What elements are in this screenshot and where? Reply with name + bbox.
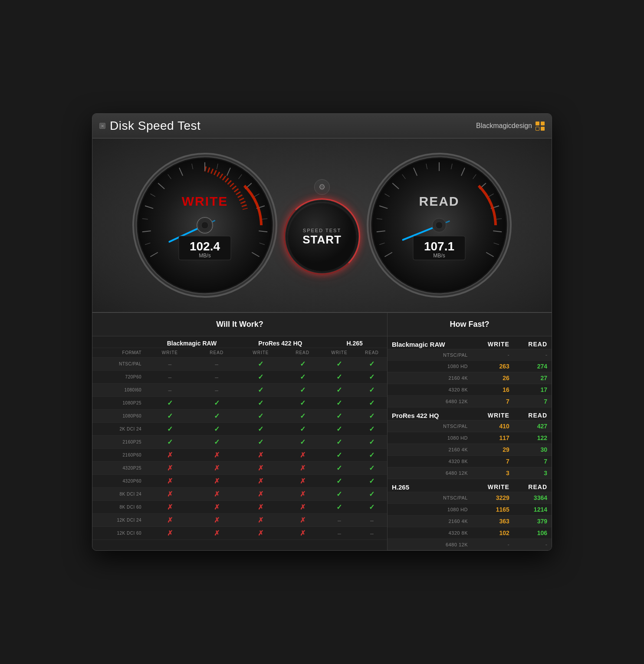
format-cell: 720p60 [92,371,145,384]
bm-write-cell: ✗ [145,527,195,540]
bm-read-cell: ✗ [195,449,239,462]
h265-write-cell: ✓ [322,384,357,397]
brand-dot-1 [536,122,539,125]
h265-write-cell: ✓ [322,501,357,514]
title-bar-left: ✕ Disk Speed Test [99,119,200,133]
pr-read-cell: ✓ [283,423,322,436]
table-row: 1080p25 ✓ ✓ ✓ ✓ ✓ ✓ [92,397,387,410]
write-gauge: WRITE 102.4 MB/s [131,151,279,299]
fast-read-val: 122 [514,432,552,444]
bm-raw-header: Blackmagic RAW [145,336,239,348]
h265-read-cell: ✓ [357,488,387,501]
pr-write-cell: ✗ [239,488,283,501]
h265-read-cell: ✓ [357,371,387,384]
fast-data-row: 2160 4K 29 30 [388,444,552,456]
bm-write-cell: ✗ [145,462,195,475]
start-button[interactable]: SPEED TEST START [287,202,357,271]
h265-read-cell: ✓ [357,358,387,371]
table-row: 8K DCI 24 ✗ ✗ ✗ ✗ ✓ ✓ [92,488,387,501]
bm-write-subheader: WRITE [145,348,195,358]
h265-write-cell: ✓ [322,397,357,410]
fast-read-val: 379 [514,516,552,527]
h265-read-cell: ✓ [357,423,387,436]
bm-read-cell: – [195,358,239,371]
pr-write-cell: ✓ [239,397,283,410]
fast-write-val: 102 [472,527,514,539]
fast-row-label: NTSC/PAL [388,421,472,432]
settings-button[interactable]: ⚙ [314,179,330,195]
table-row: 1080i60 – – ✓ ✓ ✓ ✓ [92,384,387,397]
bm-read-cell: ✗ [195,514,239,527]
fast-data-row: 1080 HD 117 122 [388,432,552,444]
format-cell: 4320p60 [92,475,145,488]
fast-row-label: 1080 HD [388,504,472,516]
how-fast-table: Blackmagic RAW WRITE READ NTSC/PAL - - 1… [388,336,552,550]
fast-read-val: 106 [514,527,552,539]
start-button-line2: START [302,234,342,245]
h265-write-cell: ✓ [322,488,357,501]
write-col-header: WRITE [472,408,514,421]
write-col-header: WRITE [472,479,514,492]
group-header-row: H.265 WRITE READ [388,479,552,492]
h265-write-cell: ✓ [322,371,357,384]
pr-read-cell: ✗ [283,462,322,475]
title-bar: ✕ Disk Speed Test Blackmagicdesign [92,114,552,138]
app-window: ✕ Disk Speed Test Blackmagicdesign [92,113,552,551]
fast-data-row: NTSC/PAL 3229 3364 [388,492,552,504]
pr-read-cell: ✓ [283,384,322,397]
h265-write-cell: – [322,514,357,527]
brand-logo: Blackmagicdesign [476,122,545,131]
h265-write-cell: ✓ [322,423,357,436]
fast-data-row: 1080 HD 263 274 [388,361,552,372]
h265-write-cell: ✓ [322,475,357,488]
group-name: Blackmagic RAW [388,336,472,349]
group-name: H.265 [388,479,472,492]
h265-read-cell: ✓ [357,436,387,449]
format-cell: 2160p25 [92,436,145,449]
h265-read-cell: ✓ [357,410,387,423]
fast-data-row: 2160 4K 26 27 [388,372,552,384]
pr-write-subheader: WRITE [239,348,283,358]
format-cell: 2K DCI 24 [92,423,145,436]
group-name: ProRes 422 HQ [388,408,472,421]
bm-write-cell: ✓ [145,410,195,423]
svg-text:102.4: 102.4 [190,240,220,253]
fast-row-label: 6480 12K [388,539,472,550]
bm-read-cell: ✗ [195,488,239,501]
pr-write-cell: ✓ [239,410,283,423]
bm-read-subheader: READ [195,348,239,358]
fast-write-val: - [472,539,514,550]
fast-write-val: 410 [472,421,514,432]
h265-write-subheader: WRITE [322,348,357,358]
bm-read-cell: ✓ [195,423,239,436]
fast-write-val: 363 [472,516,514,527]
format-cell: 2160p60 [92,449,145,462]
bm-read-cell: ✓ [195,410,239,423]
table-row: 1080p60 ✓ ✓ ✓ ✓ ✓ ✓ [92,410,387,423]
fast-data-row: 6480 12K 3 3 [388,467,552,479]
bm-write-cell: ✗ [145,449,195,462]
format-subheader: FORMAT [92,348,145,358]
format-col-header [92,336,145,348]
format-cell: 1080i60 [92,384,145,397]
fast-row-label: 6480 12K [388,467,472,479]
pr-write-cell: ✓ [239,436,283,449]
brand-dot-2 [541,122,545,125]
tables-section: Will It Work? Blackmagic RAW ProRes 422 … [92,313,552,550]
fast-read-val: 27 [514,372,552,384]
fast-row-label: 2160 4K [388,516,472,527]
h265-write-cell: ✓ [322,462,357,475]
fast-data-row: 2160 4K 363 379 [388,516,552,527]
bm-read-cell: ✗ [195,462,239,475]
pr-read-cell: ✗ [283,514,322,527]
bm-read-cell: ✗ [195,527,239,540]
svg-text:WRITE: WRITE [182,194,228,208]
close-button[interactable]: ✕ [99,123,105,129]
fast-row-label: 1080 HD [388,432,472,444]
fast-data-row: 1080 HD 1165 1214 [388,504,552,516]
pr-read-cell: ✗ [283,449,322,462]
fast-read-val: 17 [514,384,552,396]
fast-read-val: 7 [514,396,552,408]
h265-write-cell: ✓ [322,436,357,449]
read-col-header: READ [514,336,552,349]
